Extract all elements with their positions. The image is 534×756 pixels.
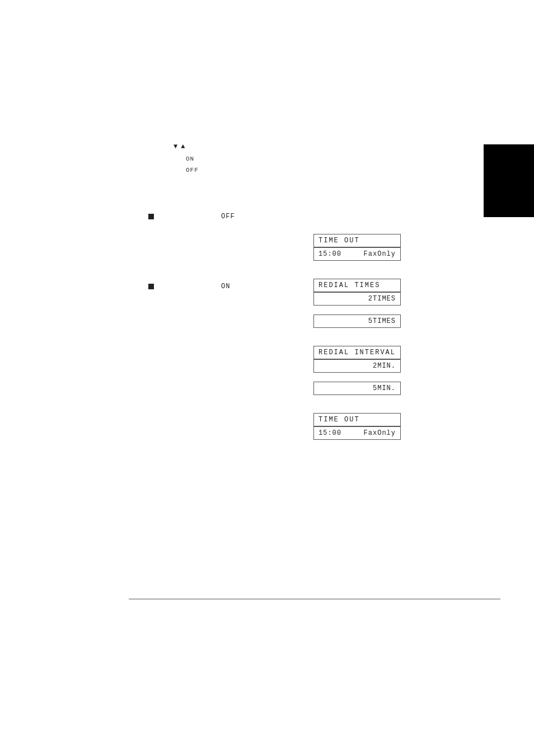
redial-times-value2-box: 5TIMES xyxy=(313,314,401,328)
arrow-up-icon[interactable]: ▲ xyxy=(181,143,185,151)
redial-interval-value1-box: 2MIN. xyxy=(313,359,401,373)
display-boxes: TIME OUT 15:00 FaxOnly REDIAL TIMES 2TIM… xyxy=(313,234,401,440)
redial-times-header-box: REDIAL TIMES xyxy=(313,279,401,292)
redial-interval-header-box: REDIAL INTERVAL xyxy=(313,346,401,359)
redial-interval-value2-box: 5MIN. xyxy=(313,382,401,395)
timeout2-value-box: 15:00 FaxOnly xyxy=(313,426,401,440)
nav-arrows-area: ▼ ▲ xyxy=(174,143,185,151)
arrow-down-icon[interactable]: ▼ xyxy=(174,143,177,151)
black-rectangle xyxy=(484,144,534,217)
bullet-off-row: OFF xyxy=(148,213,235,220)
timeout1-header-box: TIME OUT xyxy=(313,234,401,247)
bullet-square-icon xyxy=(148,214,154,219)
on-value-label: ON xyxy=(221,283,230,290)
on-label: ON xyxy=(186,156,194,162)
timeout1-value-box: 15:00 FaxOnly xyxy=(313,247,401,261)
timeout2-time: 15:00 xyxy=(318,429,341,437)
page-container: ▼ ▲ ON OFF OFF ON TIME OUT 15:00 FaxOnly… xyxy=(0,0,534,756)
bottom-divider xyxy=(129,599,500,599)
bullet-square-icon-2 xyxy=(148,284,154,289)
off-label: OFF xyxy=(186,167,199,173)
bullet-on-row: ON xyxy=(148,283,230,290)
off-value-label: OFF xyxy=(221,213,235,220)
timeout2-header-box: TIME OUT xyxy=(313,413,401,426)
timeout2-mode: FaxOnly xyxy=(364,429,396,437)
timeout1-mode: FaxOnly xyxy=(364,250,396,258)
redial-times-value1-box: 2TIMES xyxy=(313,292,401,306)
timeout1-time: 15:00 xyxy=(318,250,341,258)
